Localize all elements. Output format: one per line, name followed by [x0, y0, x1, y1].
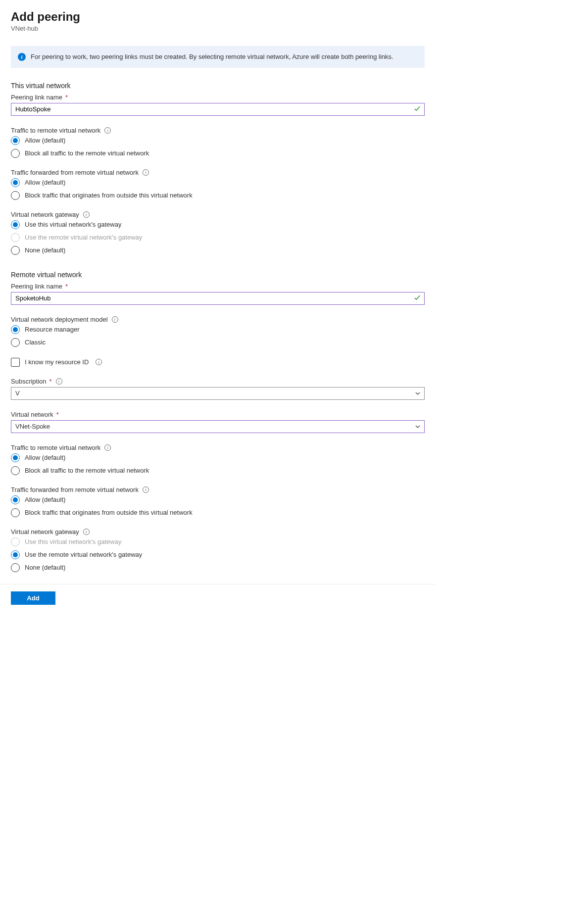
help-icon[interactable]: i [104, 127, 111, 134]
radio-icon [11, 246, 20, 255]
radio-icon [11, 325, 20, 334]
radio-icon [11, 453, 20, 462]
remote-gateway-none[interactable]: None (default) [11, 563, 425, 572]
checkbox-icon [11, 358, 20, 367]
remote-gateway-use-remote[interactable]: Use the remote virtual network's gateway [11, 550, 425, 559]
this-gateway-use-this[interactable]: Use this virtual network's gateway [11, 220, 425, 229]
remote-peering-link-label: Peering link name* [11, 283, 425, 290]
radio-icon [11, 220, 20, 229]
this-vnet-heading: This virtual network [11, 82, 425, 90]
add-button[interactable]: Add [11, 591, 55, 605]
radio-icon [11, 191, 20, 200]
radio-icon [11, 537, 20, 546]
remote-peering-link-input[interactable] [11, 292, 425, 305]
info-icon: i [18, 53, 26, 61]
this-traffic-to-block[interactable]: Block all traffic to the remote virtual … [11, 149, 425, 158]
this-traffic-fwd-block[interactable]: Block traffic that originates from outsi… [11, 191, 425, 200]
page-title: Add peering [11, 10, 425, 24]
remote-traffic-to-block[interactable]: Block all traffic to the remote virtual … [11, 466, 425, 475]
this-gateway-use-remote: Use the remote virtual network's gateway [11, 233, 425, 242]
radio-icon [11, 550, 20, 559]
this-traffic-to-label: Traffic to remote virtual network i [11, 127, 425, 134]
remote-traffic-fwd-block[interactable]: Block traffic that originates from outsi… [11, 508, 425, 517]
help-icon[interactable]: i [143, 169, 149, 176]
help-icon[interactable]: i [83, 211, 90, 218]
this-traffic-fwd-allow[interactable]: Allow (default) [11, 178, 425, 187]
help-icon[interactable]: i [112, 316, 118, 323]
vnet-label: Virtual network* [11, 411, 425, 418]
radio-icon [11, 178, 20, 187]
remote-gateway-label: Virtual network gateway i [11, 528, 425, 535]
remote-deployment-model-label: Virtual network deployment model i [11, 316, 425, 323]
help-icon[interactable]: i [104, 444, 111, 451]
remote-traffic-fwd-allow[interactable]: Allow (default) [11, 495, 425, 504]
help-icon[interactable]: i [143, 486, 149, 493]
help-icon[interactable]: i [83, 529, 90, 535]
radio-icon [11, 508, 20, 517]
vnet-select[interactable]: VNet-Spoke [11, 420, 425, 433]
this-peering-link-label: Peering link name* [11, 94, 425, 101]
this-gateway-none[interactable]: None (default) [11, 246, 425, 255]
this-traffic-fwd-label: Traffic forwarded from remote virtual ne… [11, 169, 425, 176]
help-icon[interactable]: i [56, 378, 62, 385]
this-traffic-to-allow[interactable]: Allow (default) [11, 136, 425, 145]
subscription-select[interactable]: V [11, 387, 425, 400]
help-icon[interactable]: i [96, 359, 102, 365]
know-resource-id-checkbox[interactable]: I know my resource ID i [11, 358, 425, 367]
radio-icon [11, 466, 20, 475]
remote-deployment-rm[interactable]: Resource manager [11, 325, 425, 334]
remote-traffic-to-allow[interactable]: Allow (default) [11, 453, 425, 462]
info-text: For peering to work, two peering links m… [31, 52, 393, 62]
this-peering-link-input[interactable] [11, 103, 425, 116]
radio-icon [11, 136, 20, 145]
subscription-label: Subscription* i [11, 378, 425, 385]
radio-icon [11, 233, 20, 242]
remote-deployment-classic[interactable]: Classic [11, 338, 425, 347]
radio-icon [11, 338, 20, 347]
page-subtitle: VNet-hub [11, 25, 425, 32]
radio-icon [11, 563, 20, 572]
radio-icon [11, 495, 20, 504]
remote-traffic-fwd-label: Traffic forwarded from remote virtual ne… [11, 486, 425, 493]
remote-traffic-to-label: Traffic to remote virtual network i [11, 444, 425, 451]
remote-gateway-use-this: Use this virtual network's gateway [11, 537, 425, 546]
remote-vnet-heading: Remote virtual network [11, 271, 425, 279]
info-banner: i For peering to work, two peering links… [11, 46, 425, 68]
this-gateway-label: Virtual network gateway i [11, 211, 425, 218]
radio-icon [11, 149, 20, 158]
